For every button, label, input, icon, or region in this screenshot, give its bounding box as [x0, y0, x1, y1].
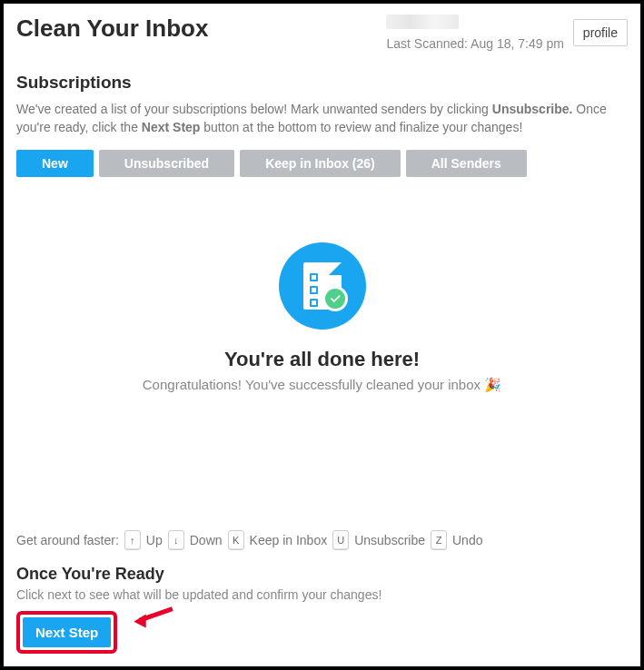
- annotation-arrow-icon: [131, 603, 176, 630]
- next-step-button[interactable]: Next Step: [23, 617, 111, 647]
- next-step-highlight: Next Step: [16, 611, 117, 654]
- tab-all-senders[interactable]: All Senders: [406, 150, 527, 177]
- key-keep-icon: K: [228, 530, 244, 550]
- done-subtitle: Congratulations! You've successfully cle…: [16, 377, 628, 393]
- profile-button[interactable]: profile: [573, 19, 628, 46]
- filter-tabs: New Unsubscribed Keep in Inbox (26) All …: [16, 150, 628, 177]
- tab-unsubscribed[interactable]: Unsubscribed: [99, 150, 234, 177]
- key-unsub-icon: U: [332, 530, 349, 550]
- hotkey-hints: Get around faster: ↑ Up ↓ Down K Keep in…: [16, 530, 482, 550]
- key-down-icon: ↓: [168, 530, 184, 550]
- checkmark-badge-icon: [322, 286, 348, 311]
- last-scanned: Last Scanned: Aug 18, 7:49 pm: [386, 36, 563, 51]
- key-undo-icon: Z: [431, 530, 447, 550]
- email-redacted: [386, 15, 459, 29]
- page-title: Clean Your Inbox: [16, 15, 208, 43]
- done-illustration-icon: [279, 242, 366, 330]
- key-up-icon: ↑: [124, 530, 141, 550]
- ready-heading: Once You're Ready: [16, 565, 628, 584]
- hotkey-lead: Get around faster:: [16, 533, 119, 547]
- ready-subtitle: Click next to see what will be updated a…: [16, 587, 628, 602]
- subscriptions-heading: Subscriptions: [16, 73, 628, 93]
- label-keep: Keep in Inbox: [250, 533, 328, 547]
- done-title: You're all done here!: [16, 348, 628, 371]
- label-up: Up: [146, 533, 163, 547]
- empty-state: You're all done here! Congratulations! Y…: [16, 242, 628, 393]
- label-down: Down: [190, 533, 223, 547]
- intro-text: We've created a list of your subscriptio…: [16, 100, 628, 137]
- tab-keep-in-inbox[interactable]: Keep in Inbox (26): [240, 150, 401, 177]
- tab-new[interactable]: New: [16, 150, 94, 177]
- label-undo: Undo: [452, 533, 482, 547]
- label-unsub: Unsubscribe: [354, 533, 425, 547]
